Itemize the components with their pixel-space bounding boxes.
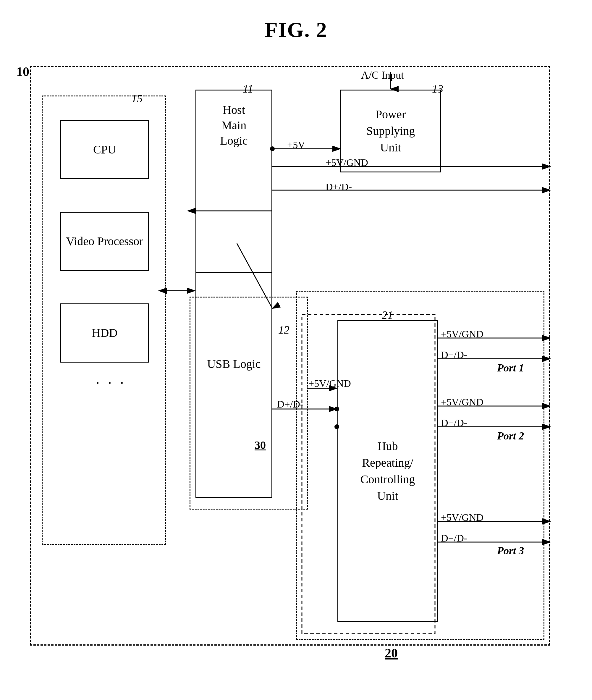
host-main-logic-box: HostMainLogic bbox=[195, 90, 273, 273]
host-main-logic-label: HostMainLogic bbox=[196, 102, 272, 148]
port2-label: Port 2 bbox=[497, 430, 524, 442]
cpu-section-box: 15 CPU Video Processor HDD · · · bbox=[42, 96, 166, 545]
label-20: 20 bbox=[385, 646, 398, 661]
hdd-box: HDD bbox=[60, 303, 149, 362]
dplusdminus-label-1: D+/D- bbox=[326, 181, 352, 193]
port1-plus5v: +5V/GND bbox=[441, 329, 484, 340]
port2-plus5v: +5V/GND bbox=[441, 397, 484, 408]
label-30: 30 bbox=[255, 439, 266, 452]
port1-label: Port 1 bbox=[497, 362, 524, 374]
label-15: 15 bbox=[131, 92, 143, 105]
label-12: 12 bbox=[278, 323, 290, 336]
power-supply-label: PowerSupplyingUnit bbox=[366, 106, 415, 156]
cpu-label: CPU bbox=[93, 142, 116, 157]
diagram-container: 10 15 CPU Video Processor HDD · · · Host… bbox=[30, 66, 562, 687]
video-processor-label: Video Processor bbox=[66, 234, 143, 249]
dots: · · · bbox=[96, 374, 126, 392]
label-11: 11 bbox=[243, 82, 253, 95]
port3-plus5v: +5V/GND bbox=[441, 512, 484, 523]
label-10: 10 bbox=[16, 64, 29, 79]
plus5v-gnd-label-2: +5V/GND bbox=[308, 378, 351, 389]
page-title: FIG. 2 bbox=[265, 18, 327, 42]
port3-d: D+/D- bbox=[441, 533, 467, 544]
video-processor-box: Video Processor bbox=[60, 212, 149, 271]
hub-box: HubRepeating/ControllingUnit bbox=[337, 320, 438, 622]
label-21: 21 bbox=[382, 308, 393, 321]
port3-label: Port 3 bbox=[497, 544, 524, 557]
port1-d: D+/D- bbox=[441, 349, 467, 360]
hub-label: HubRepeating/ControllingUnit bbox=[360, 438, 415, 504]
label-13: 13 bbox=[432, 82, 443, 95]
cpu-box: CPU bbox=[60, 120, 149, 179]
hdd-label: HDD bbox=[92, 325, 118, 341]
plus5v-gnd-label-1: +5V/GND bbox=[326, 157, 368, 168]
dplusdminus-label-2: D+/D- bbox=[277, 399, 303, 410]
ac-input-label: A/C Input bbox=[361, 69, 404, 81]
plus5v-label: +5V bbox=[287, 139, 305, 151]
port2-d: D+/D- bbox=[441, 417, 467, 429]
